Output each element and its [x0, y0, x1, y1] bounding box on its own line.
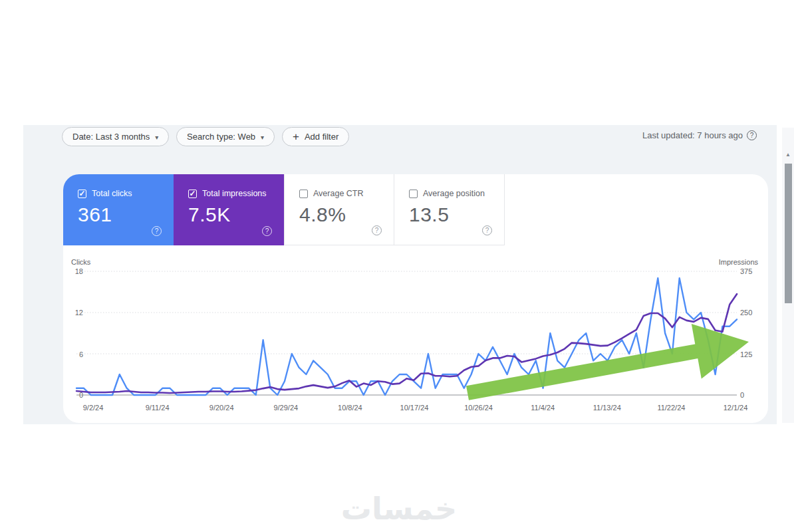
x-axis-date: 12/1/24 [712, 404, 759, 412]
performance-panel: Date: Last 3 months ▾ Search type: Web ▾… [23, 125, 777, 424]
last-updated-text: Last updated: 7 hours ago [642, 130, 743, 140]
metric-value: 7.5K [188, 203, 284, 226]
help-icon: ? [152, 226, 162, 236]
checkbox-average-position[interactable]: ✓ [409, 190, 418, 198]
x-axis-date: 11/4/24 [519, 404, 566, 412]
x-axis-date: 9/20/24 [198, 404, 245, 412]
right-axis-title: Impressions [719, 258, 758, 266]
x-axis-date: 9/11/24 [134, 404, 181, 412]
growth-arrow-annotation [466, 324, 749, 400]
left-axis-title: Clicks [71, 258, 90, 266]
last-updated-status: Last updated: 7 hours ago ? [642, 130, 757, 140]
metric-card-average-position[interactable]: ✓ Average position 13.5 ? [394, 174, 505, 245]
help-icon: ? [262, 226, 272, 236]
metric-help[interactable]: ? [152, 224, 162, 237]
search-type-filter-chip[interactable]: Search type: Web ▾ [176, 127, 275, 146]
x-axis-date: 9/2/24 [70, 404, 116, 412]
date-filter-label: Date: Last 3 months [72, 132, 150, 142]
x-axis-date: 10/26/24 [456, 404, 502, 412]
chevron-down-icon: ▾ [155, 134, 158, 141]
metric-label: Total clicks [92, 189, 132, 198]
add-filter-button[interactable]: + Add filter [282, 127, 349, 146]
chevron-down-icon: ▾ [261, 134, 264, 141]
scroll-up-icon[interactable]: ▲ [782, 152, 794, 158]
check-icon: ✓ [190, 189, 196, 198]
metric-help[interactable]: ? [262, 224, 272, 237]
x-axis-date: 10/17/24 [391, 404, 438, 412]
checkbox-total-impressions[interactable]: ✓ [188, 190, 197, 198]
x-axis-date: 11/13/24 [584, 404, 630, 412]
performance-chart[interactable] [66, 266, 761, 406]
metric-card-total-clicks[interactable]: ✓ Total clicks 361 ? [63, 174, 174, 245]
metric-help[interactable]: ? [372, 223, 382, 236]
add-filter-label: Add filter [305, 132, 338, 142]
help-icon: ? [482, 225, 492, 235]
search-console-performance-page: Date: Last 3 months ▾ Search type: Web ▾… [0, 0, 798, 532]
x-axis-date: 9/29/24 [263, 404, 309, 412]
x-axis-date: 10/8/24 [327, 404, 373, 412]
metric-label: Average CTR [313, 189, 364, 198]
help-icon[interactable]: ? [747, 130, 757, 140]
check-icon: ✓ [79, 189, 86, 198]
help-icon: ? [372, 225, 382, 235]
metric-label: Average position [423, 189, 485, 198]
clicks-line [76, 278, 737, 395]
metric-cards-row: ✓ Total clicks 361 ? ✓ Total impressions… [63, 174, 768, 245]
x-axis-date: 11/22/24 [648, 404, 694, 412]
watermark-logo: خمسات [0, 491, 798, 527]
scrollbar-thumb[interactable] [785, 164, 792, 303]
checkbox-total-clicks[interactable]: ✓ [78, 190, 86, 198]
metric-help[interactable]: ? [482, 223, 492, 236]
date-filter-chip[interactable]: Date: Last 3 months ▾ [62, 127, 169, 146]
metric-value: 361 [78, 203, 174, 226]
metric-card-average-ctr[interactable]: ✓ Average CTR 4.8% ? [284, 174, 394, 245]
metric-label: Total impressions [202, 189, 267, 198]
performance-card: ✓ Total clicks 361 ? ✓ Total impressions… [63, 174, 768, 423]
plus-icon: + [293, 131, 299, 142]
checkbox-average-ctr[interactable]: ✓ [299, 190, 308, 198]
metric-card-total-impressions[interactable]: ✓ Total impressions 7.5K ? [174, 174, 284, 245]
search-type-filter-label: Search type: Web [187, 132, 255, 142]
